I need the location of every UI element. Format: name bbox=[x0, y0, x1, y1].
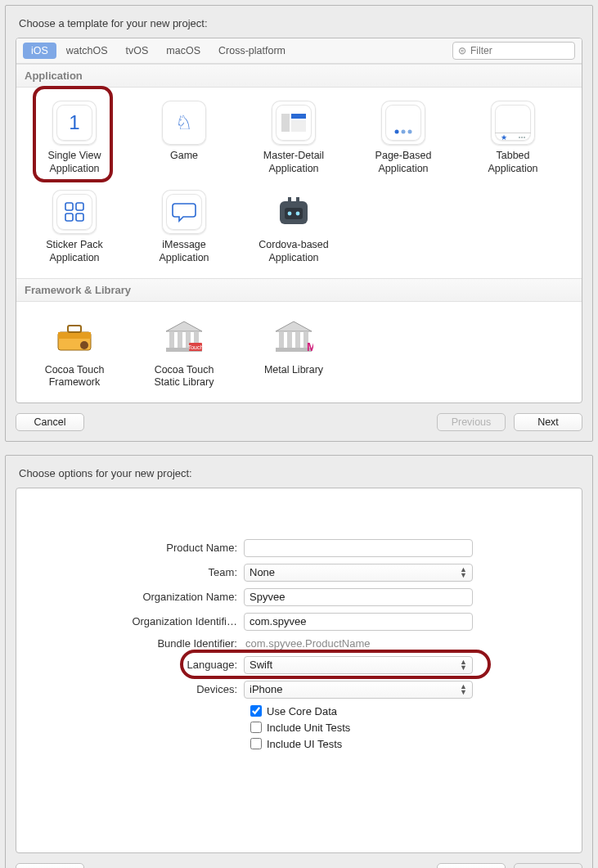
svg-rect-34 bbox=[295, 331, 300, 348]
svg-rect-14 bbox=[285, 208, 303, 219]
section-header-application: Application bbox=[16, 64, 582, 88]
template-label: Page-Based Application bbox=[348, 150, 458, 175]
svg-text:Touch: Touch bbox=[188, 344, 204, 350]
framework-grid: Cocoa Touch Framework Touch Cocoa Touch … bbox=[16, 302, 582, 403]
template-cocoa-touch-static[interactable]: Touch Cocoa Touch Static Library bbox=[129, 310, 239, 399]
cancel-button[interactable]: Cancel bbox=[16, 863, 84, 868]
template-sticker-pack[interactable]: Sticker Pack Application bbox=[20, 185, 129, 274]
tab-watchos[interactable]: watchOS bbox=[58, 43, 116, 59]
star-icon: ★ bbox=[501, 133, 507, 142]
label-devices: Devices: bbox=[33, 683, 244, 695]
template-label: Cocoa Touch Static Library bbox=[129, 364, 239, 389]
template-master-detail[interactable]: Master-Detail Application bbox=[239, 96, 348, 185]
checkbox-unit-tests[interactable] bbox=[250, 722, 262, 733]
toolbox-icon bbox=[55, 321, 94, 353]
template-picker: iOS watchOS tvOS macOS Cross-platform ⊜ … bbox=[16, 38, 582, 403]
row-bundle-id: Bundle Identifier: com.spyvee.ProductNam… bbox=[33, 637, 565, 650]
select-devices[interactable]: iPhone ▲▼ bbox=[244, 681, 473, 699]
input-product-name[interactable] bbox=[244, 539, 473, 557]
svg-marker-23 bbox=[166, 322, 202, 331]
svg-rect-12 bbox=[76, 214, 83, 221]
game-icon: ♘ bbox=[175, 111, 193, 134]
options-panel: Choose options for your new project: Pro… bbox=[5, 455, 593, 868]
application-grid: 1 Single View Application ♘ Game Master-… bbox=[16, 88, 582, 278]
library-building-icon: Touch bbox=[164, 320, 204, 354]
svg-rect-24 bbox=[169, 331, 174, 348]
svg-text:M: M bbox=[307, 340, 313, 353]
template-tabbed[interactable]: ★ Tabbed Application bbox=[458, 96, 568, 185]
select-devices-value: iPhone bbox=[250, 683, 282, 695]
select-language-value: Swift bbox=[250, 659, 272, 671]
next-button: Next bbox=[514, 863, 582, 868]
row-core-data: Use Core Data bbox=[250, 705, 565, 717]
tab-ios[interactable]: iOS bbox=[23, 43, 56, 59]
svg-rect-32 bbox=[279, 331, 284, 348]
label-language: Language: bbox=[33, 659, 244, 671]
filter-input[interactable] bbox=[469, 44, 582, 57]
options-form: Product Name: Team: None ▲▼ Organization… bbox=[16, 488, 582, 853]
template-game[interactable]: ♘ Game bbox=[129, 96, 239, 185]
template-single-view[interactable]: 1 Single View Application bbox=[20, 96, 129, 185]
svg-rect-33 bbox=[287, 331, 292, 348]
select-language[interactable]: Swift ▲▼ bbox=[244, 656, 473, 674]
filter-field[interactable]: ⊜ bbox=[452, 42, 575, 60]
speech-bubble-icon bbox=[172, 201, 196, 223]
template-page-based[interactable]: Page-Based Application bbox=[348, 96, 458, 185]
label-org-name: Organization Name: bbox=[33, 591, 244, 603]
checkbox-core-data[interactable] bbox=[250, 705, 262, 717]
previous-button[interactable]: Previous bbox=[437, 863, 506, 868]
svg-rect-17 bbox=[288, 197, 291, 202]
cancel-button[interactable]: Cancel bbox=[16, 413, 84, 431]
template-choose-panel: Choose a template for your new project: … bbox=[5, 5, 593, 442]
previous-button: Previous bbox=[437, 413, 506, 431]
template-metal[interactable]: M Metal Library bbox=[239, 310, 348, 399]
select-team[interactable]: None ▲▼ bbox=[244, 564, 473, 582]
template-label: Cocoa Touch Framework bbox=[20, 364, 129, 389]
checkbox-ui-tests[interactable] bbox=[250, 738, 262, 749]
row-product-name: Product Name: bbox=[33, 539, 565, 557]
template-label: iMessage Application bbox=[129, 239, 239, 264]
chevron-updown-icon: ▲▼ bbox=[460, 684, 467, 695]
svg-point-6 bbox=[519, 137, 520, 138]
options-panel-title: Choose options for your new project: bbox=[19, 467, 582, 479]
metal-library-icon: M bbox=[274, 320, 313, 354]
page-based-icon bbox=[393, 129, 413, 134]
template-label: Metal Library bbox=[239, 364, 348, 377]
svg-rect-1 bbox=[291, 114, 306, 119]
platform-tab-bar: iOS watchOS tvOS macOS Cross-platform ⊜ bbox=[16, 38, 582, 64]
row-org-name: Organization Name: bbox=[33, 588, 565, 606]
template-label: Sticker Pack Application bbox=[20, 239, 129, 264]
svg-point-7 bbox=[521, 137, 523, 138]
template-cocoa-touch-framework[interactable]: Cocoa Touch Framework bbox=[20, 310, 129, 399]
svg-rect-10 bbox=[76, 203, 83, 210]
tab-tvos[interactable]: tvOS bbox=[118, 43, 157, 59]
svg-point-4 bbox=[402, 130, 406, 134]
template-label: Master-Detail Application bbox=[239, 150, 348, 175]
svg-marker-31 bbox=[276, 322, 312, 331]
row-org-id: Organization Identifi… bbox=[33, 613, 565, 631]
svg-point-8 bbox=[524, 137, 525, 138]
svg-point-5 bbox=[408, 130, 412, 134]
svg-point-22 bbox=[80, 341, 88, 349]
template-cordova[interactable]: Cordova-based Application bbox=[239, 185, 348, 274]
svg-rect-20 bbox=[58, 332, 91, 339]
template-label: Game bbox=[129, 150, 239, 163]
svg-rect-25 bbox=[178, 331, 182, 348]
label-team: Team: bbox=[33, 566, 244, 578]
svg-rect-9 bbox=[65, 203, 73, 210]
template-panel-title: Choose a template for your new project: bbox=[19, 17, 582, 29]
sticker-grid-icon bbox=[64, 201, 85, 223]
input-org-name[interactable] bbox=[244, 588, 473, 606]
next-button[interactable]: Next bbox=[514, 413, 582, 431]
tab-cross-platform[interactable]: Cross-platform bbox=[210, 43, 294, 59]
template-imessage[interactable]: iMessage Application bbox=[129, 185, 239, 274]
row-language: Language: Swift ▲▼ bbox=[33, 656, 565, 674]
section-header-framework: Framework & Library bbox=[16, 278, 582, 302]
tab-macos[interactable]: macOS bbox=[158, 43, 209, 59]
label-ui-tests: Include UI Tests bbox=[267, 738, 342, 750]
static-bundle-id: com.spyvee.ProductName bbox=[244, 637, 370, 650]
svg-rect-21 bbox=[68, 326, 81, 332]
svg-rect-18 bbox=[296, 197, 299, 202]
svg-point-3 bbox=[395, 130, 399, 134]
input-org-id[interactable] bbox=[244, 613, 473, 631]
